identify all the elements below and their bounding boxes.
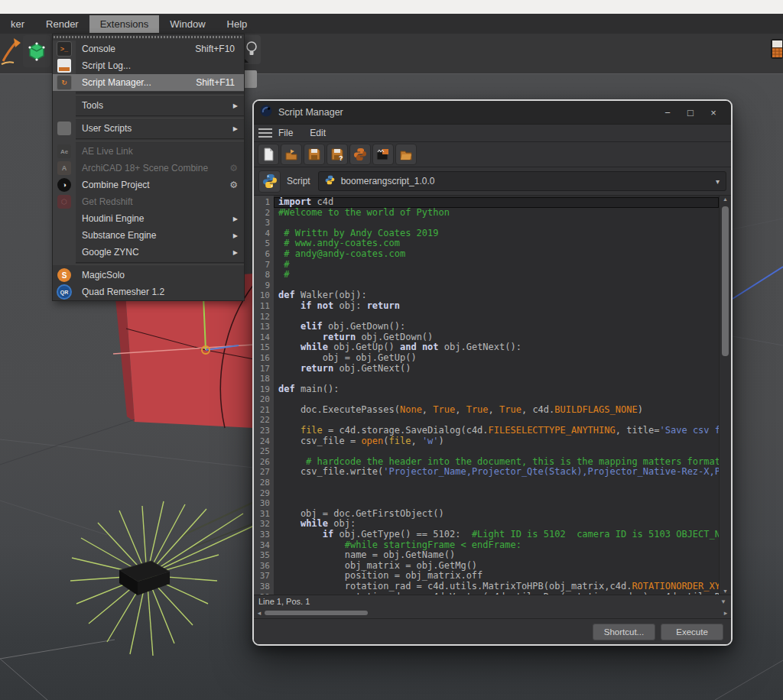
line-number: 26 <box>254 457 270 468</box>
line-number: 5 <box>254 238 270 249</box>
line-number: 36 <box>254 561 270 572</box>
close-button[interactable]: × <box>702 107 725 118</box>
sm-menu-file[interactable]: File <box>278 128 293 138</box>
menu-item-script-manager[interactable]: ↻Script Manager...Shift+F11 <box>53 74 244 91</box>
gear-icon[interactable]: ⚙ <box>229 163 244 173</box>
python-script-button[interactable] <box>349 144 371 165</box>
sm-toolbar: ? <box>254 141 731 167</box>
maximize-button[interactable]: □ <box>679 107 702 118</box>
line-number: 18 <box>254 374 270 384</box>
menu-item-tools[interactable]: Tools▶ <box>53 97 244 114</box>
clapper-button[interactable] <box>372 144 394 165</box>
scroll-right-icon[interactable]: ▸ <box>720 609 731 617</box>
redshift-icon: ⬡ <box>53 195 76 209</box>
vertical-scrollbar[interactable]: ▲ ▼ <box>719 196 731 595</box>
line-number: 19 <box>254 384 270 395</box>
menu-item-ae-live-link[interactable]: AeAE Live Link <box>53 143 244 160</box>
spline-pen-tool-icon[interactable] <box>0 35 21 67</box>
window-titlebar[interactable]: Script Manager −□× <box>254 101 731 124</box>
save-as-button[interactable]: ? <box>327 144 348 165</box>
submenu-arrow-icon: ▶ <box>233 249 244 256</box>
menu-item-magicsolo[interactable]: SMagicSolo <box>53 267 244 284</box>
minimize-button[interactable]: − <box>656 107 679 118</box>
menu-tearoff-strip[interactable] <box>54 34 243 41</box>
line-number: 35 <box>254 550 270 561</box>
hamburger-icon[interactable] <box>258 128 272 138</box>
menu-item-console[interactable]: >_ConsoleShift+F10 <box>53 41 244 57</box>
menu-item-label: Quad Remesher 1.2 <box>76 287 244 297</box>
folder-button[interactable] <box>395 144 417 165</box>
scroll-up-icon[interactable]: ▲ <box>720 196 731 202</box>
script-selector-dropdown[interactable]: boomerangscript_1.0.0 ▾ <box>318 171 726 191</box>
code-line <box>274 446 719 457</box>
horizontal-scroll-thumb[interactable] <box>265 611 368 615</box>
line-number: 2 <box>254 208 270 219</box>
code-line: elif obj.GetDown(): <box>274 322 719 332</box>
desktop-strip <box>0 0 783 14</box>
line-number: 24 <box>254 436 270 447</box>
horizontal-scrollbar[interactable]: ◂ ▸ <box>254 608 731 618</box>
menubar-item-help[interactable]: Help <box>216 15 258 33</box>
menu-item-archicad-18-scene-combine[interactable]: AArchiCAD 18+ Scene Combine⚙ <box>53 160 244 177</box>
menu-item-get-redshift[interactable]: ⬡Get Redshift <box>53 193 244 210</box>
projector-with-light-rays[interactable] <box>70 501 254 656</box>
gear-icon[interactable]: ⚙ <box>229 180 244 190</box>
line-number: 22 <box>254 415 270 426</box>
menu-separator <box>53 262 244 265</box>
menu-item-label: Script Log... <box>76 60 244 71</box>
menu-item-label: Get Redshift <box>76 196 244 207</box>
render-settings-icon[interactable] <box>771 36 783 63</box>
code-text-area[interactable]: import c4d#Welcome to the world of Pytho… <box>274 196 719 595</box>
open-file-button[interactable] <box>281 144 302 165</box>
menu-item-combine-project[interactable]: ◑Combine Project⚙ <box>53 177 244 193</box>
line-number: 37 <box>254 571 270 582</box>
magicsolo-icon: S <box>53 268 76 282</box>
line-number: 8 <box>254 270 270 280</box>
new-file-button[interactable] <box>258 144 279 165</box>
shortcut-button[interactable]: Shortcut... <box>593 624 655 640</box>
sm-menu-edit[interactable]: Edit <box>310 128 326 138</box>
menu-item-user-scripts[interactable]: User Scripts▶ <box>53 120 244 137</box>
code-line: #while startingFrame < endFrame: <box>274 540 719 551</box>
chevron-down-icon: ▾ <box>716 177 720 186</box>
menu-item-substance-engine[interactable]: Substance Engine▶ <box>53 227 244 244</box>
model-mode-cube-icon[interactable] <box>23 35 50 67</box>
menubar-item-ker[interactable]: ker <box>0 15 35 33</box>
code-line: # www.andy-coates.com <box>274 238 719 249</box>
script-row: Script boomerangscript_1.0.0 ▾ <box>254 167 731 195</box>
code-line <box>274 280 719 291</box>
code-line <box>274 415 719 426</box>
code-line: obj_matrix = obj.GetMg() <box>274 561 719 572</box>
menu-item-houdini-engine[interactable]: Houdini Engine▶ <box>53 210 244 227</box>
ae-icon: Ae <box>53 144 76 158</box>
status-bar: Line 1, Pos. 1 ▼ <box>254 595 731 608</box>
menubar-item-window[interactable]: Window <box>159 15 216 33</box>
code-line <box>274 498 719 509</box>
scroll-down-icon[interactable]: ▼ <box>720 588 731 594</box>
line-number: 9 <box>254 280 270 291</box>
line-number: 32 <box>254 519 270 530</box>
user-scripts-icon <box>53 122 76 135</box>
code-line <box>274 488 719 499</box>
code-line: while obj.GetUp() and not obj.GetNext(): <box>274 342 719 353</box>
code-line: # <box>274 260 719 271</box>
vertical-scroll-thumb[interactable] <box>722 206 729 356</box>
menu-separator <box>53 92 244 96</box>
menu-item-google-zync[interactable]: Google ZYNC▶ <box>53 244 244 261</box>
menu-item-shortcut: Shift+F10 <box>195 44 244 54</box>
line-number: 14 <box>254 332 270 343</box>
menubar-item-extensions[interactable]: Extensions <box>89 15 160 33</box>
menu-item-script-log[interactable]: Script Log... <box>53 57 244 74</box>
light-tool-icon[interactable] <box>242 35 261 64</box>
execute-button[interactable]: Execute <box>661 624 723 640</box>
code-editor: 1234567891011121314151617181920212223242… <box>254 195 731 595</box>
menubar-item-render[interactable]: Render <box>35 15 89 33</box>
menu-item-label: Google ZYNC <box>76 247 233 258</box>
code-line: #Welcome to the world of Python <box>274 208 719 219</box>
scroll-left-icon[interactable]: ◂ <box>254 609 265 617</box>
save-button[interactable] <box>304 144 325 165</box>
python-logo-icon[interactable] <box>258 170 281 193</box>
menu-item-quad-remesher-1-2[interactable]: QRQuad Remesher 1.2 <box>53 284 244 300</box>
menu-item-label: MagicSolo <box>76 270 244 280</box>
code-line <box>274 478 719 488</box>
